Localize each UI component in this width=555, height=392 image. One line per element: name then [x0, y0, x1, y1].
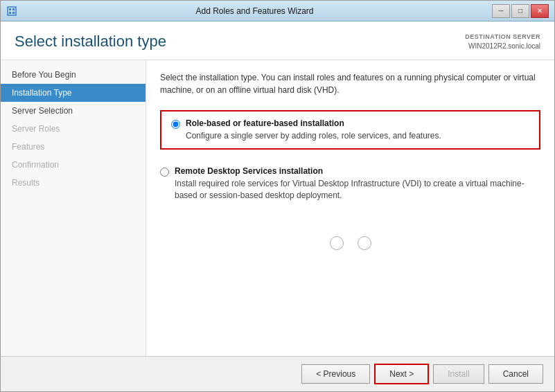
remote-desktop-content: Remote Desktop Services installation Ins…: [175, 166, 540, 202]
destination-server: WIN2012R2.sonic.local: [465, 42, 540, 51]
main-content: Select the installation type. You can in…: [146, 60, 554, 356]
destination-info: DESTINATION SERVER WIN2012R2.sonic.local: [465, 33, 540, 51]
role-based-content: Role-based or feature-based installation…: [186, 118, 529, 142]
description-text: Select the installation type. You can in…: [160, 71, 540, 96]
wizard-window: Add Roles and Features Wizard ─ □ ✕ Sele…: [0, 0, 555, 392]
sidebar-item-confirmation: Confirmation: [1, 156, 146, 174]
window-title: Add Roles and Features Wizard: [17, 6, 492, 16]
main-header: Select installation type DESTINATION SER…: [1, 21, 554, 60]
destination-label: DESTINATION SERVER: [465, 33, 540, 42]
remote-desktop-description: Install required role services for Virtu…: [175, 178, 540, 202]
remote-desktop-option-box: Remote Desktop Services installation Ins…: [160, 159, 540, 208]
content-area: Select installation type DESTINATION SER…: [1, 21, 554, 391]
window-icon: [6, 6, 17, 17]
sidebar-item-server-roles: Server Roles: [1, 120, 146, 138]
dots-area: [160, 229, 540, 257]
footer: < Previous Next > Install Cancel: [1, 356, 554, 391]
title-bar: Add Roles and Features Wizard ─ □ ✕: [1, 1, 554, 21]
svg-rect-0: [8, 7, 16, 15]
window-controls: ─ □ ✕: [492, 4, 549, 18]
close-button[interactable]: ✕: [531, 4, 549, 18]
dot-2: [358, 236, 371, 250]
remote-desktop-title: Remote Desktop Services installation: [175, 166, 540, 176]
sidebar-item-features: Features: [1, 138, 146, 156]
previous-button[interactable]: < Previous: [301, 364, 370, 384]
sidebar: Before You Begin Installation Type Serve…: [1, 60, 146, 356]
svg-rect-3: [9, 12, 11, 14]
svg-rect-2: [12, 8, 15, 10]
svg-rect-4: [12, 12, 15, 14]
middle-area: Before You Begin Installation Type Serve…: [1, 60, 554, 356]
maximize-button[interactable]: □: [511, 4, 529, 18]
dot-1: [330, 236, 344, 250]
page-title: Select installation type: [15, 33, 166, 51]
svg-rect-1: [9, 8, 11, 10]
cancel-button[interactable]: Cancel: [488, 364, 543, 384]
next-button[interactable]: Next >: [374, 364, 429, 384]
install-button[interactable]: Install: [433, 364, 484, 384]
sidebar-item-installation-type[interactable]: Installation Type: [1, 84, 146, 102]
remote-desktop-option-row: Remote Desktop Services installation Ins…: [160, 166, 540, 202]
sidebar-item-results: Results: [1, 174, 146, 192]
role-based-radio[interactable]: [171, 120, 180, 129]
role-based-description: Configure a single server by adding role…: [186, 130, 529, 142]
role-based-title: Role-based or feature-based installation: [186, 118, 529, 128]
role-based-option-box: Role-based or feature-based installation…: [160, 110, 540, 150]
remote-desktop-radio[interactable]: [160, 168, 169, 177]
minimize-button[interactable]: ─: [492, 4, 510, 18]
sidebar-item-server-selection[interactable]: Server Selection: [1, 102, 146, 120]
role-based-option-row: Role-based or feature-based installation…: [171, 118, 529, 142]
sidebar-item-before-you-begin[interactable]: Before You Begin: [1, 66, 146, 84]
